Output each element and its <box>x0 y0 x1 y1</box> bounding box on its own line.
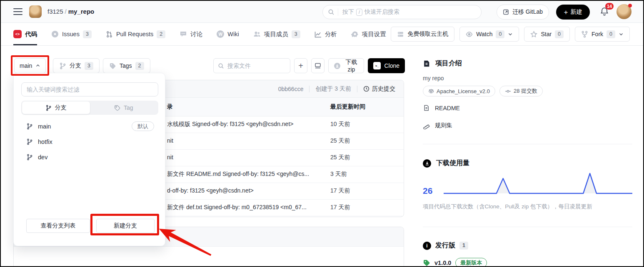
branch-tag-tabs: 分支 Tag <box>21 101 158 115</box>
tab-pull-requests[interactable]: Pull Requests 2 <box>106 23 165 45</box>
tags-count-badge: 2 <box>135 62 144 70</box>
star-label: Star <box>541 31 552 37</box>
server-icon <box>397 31 404 38</box>
branch-icon <box>26 123 33 130</box>
tab-wiki[interactable]: W Wiki <box>217 23 239 45</box>
commit-message: 新文件 def.txt Signed-off-by: m0_67238519 <… <box>167 204 307 211</box>
release-version[interactable]: v1.0.0 <box>434 260 451 266</box>
commit-created: 创建于 3 天前 <box>315 85 351 93</box>
gear-icon <box>351 30 359 38</box>
releases-count-badge: 1 <box>459 242 468 250</box>
free-cloud-host-label: 免费领取云主机 <box>407 30 448 38</box>
branch-filter-input[interactable] <box>21 82 158 96</box>
search-icon <box>218 63 224 69</box>
tab-members[interactable]: 项目成员 3 <box>253 23 300 45</box>
sparkline-fill <box>444 173 632 193</box>
branch-item-dev[interactable]: dev <box>14 149 165 165</box>
view-branch-list-button[interactable]: 查看分支列表 <box>26 219 90 233</box>
add-file-button[interactable]: + <box>294 58 307 73</box>
star-count-badge: 0 <box>555 30 564 38</box>
branch-name: hotfix <box>38 138 52 145</box>
branch-icon <box>59 62 66 69</box>
tags-tab-label: Tag <box>124 104 133 111</box>
branch-selector[interactable]: main <box>14 58 46 73</box>
release-item[interactable]: v1.0.0 最新版本 <box>423 258 487 267</box>
issues-count-badge: 3 <box>83 30 92 38</box>
commit-message: d-off-by: f3125 <geyh@csdn.net> <box>167 187 254 194</box>
breadcrumb[interactable]: f3125/my_repo <box>47 8 94 15</box>
wiki-icon: W <box>217 30 224 38</box>
hamburger-menu-icon[interactable] <box>13 8 22 15</box>
commit-time: 25 天前 <box>330 137 350 145</box>
file-icon <box>423 104 430 111</box>
about-section-header: 项目介绍 <box>423 59 462 68</box>
chevron-down-icon <box>619 32 624 37</box>
commit-time: 25 天前 <box>330 154 350 161</box>
tab-issues-label: Issues <box>62 31 80 37</box>
tab-analytics-label: 分析 <box>325 30 337 38</box>
branches-button[interactable]: 分支 3 <box>53 58 100 73</box>
tab-analytics[interactable]: 分析 <box>315 23 337 45</box>
members-count-badge: 3 <box>292 30 300 38</box>
migrate-gitlab-button[interactable]: 迁移 GitLab <box>497 5 549 20</box>
breadcrumb-repo[interactable]: my_repo <box>68 8 95 15</box>
rules-link[interactable]: 规则集 <box>423 122 452 129</box>
branch-item-main[interactable]: main 默认 <box>14 119 165 134</box>
sparkline-line <box>444 173 632 193</box>
search-placeholder-prefix: 按下 <box>342 8 354 16</box>
web-ide-button[interactable] <box>311 58 324 73</box>
file-search-input[interactable] <box>227 62 286 69</box>
tab-settings[interactable]: 项目设置 <box>351 23 386 45</box>
divider <box>309 86 310 92</box>
tags-button[interactable]: Tags 2 <box>103 58 150 73</box>
tab-issues[interactable]: Issues 3 <box>51 23 92 45</box>
branches-count-badge: 3 <box>85 62 93 70</box>
commit-hash[interactable]: 0bb66cce <box>278 86 304 92</box>
repo-owner-avatar[interactable] <box>29 5 42 18</box>
commit-time: 3 天前 <box>330 171 347 178</box>
branch-item-hotfix[interactable]: hotfix <box>14 134 165 149</box>
watch-button[interactable]: Watch 0 <box>459 27 519 42</box>
download-zip-button[interactable]: 下载zip <box>328 58 364 73</box>
watch-count-badge: 0 <box>496 30 504 38</box>
star-icon <box>530 31 537 38</box>
sidebar-divider <box>423 144 632 144</box>
free-cloud-host-button[interactable]: 免费领取云主机 <box>391 27 454 42</box>
plus-icon: + <box>564 9 568 16</box>
tab-discussions[interactable]: 讨论 <box>180 23 202 45</box>
column-directory: 录 <box>167 103 173 111</box>
commits-badge[interactable]: 28 提交数 <box>499 86 543 96</box>
tab-code[interactable]: <> 代码 <box>13 23 37 45</box>
notifications-bell[interactable]: 14 <box>599 6 610 17</box>
commit-message: nit <box>167 137 173 144</box>
fork-count-badge: 0 <box>607 30 615 38</box>
tab-wiki-label: Wiki <box>227 31 239 37</box>
clone-button[interactable]: >_ Clone <box>368 58 405 73</box>
branch-dropdown: 分支 Tag main 默认 hotfix <box>13 73 165 246</box>
members-icon <box>253 30 261 38</box>
latest-release-badge[interactable]: 最新版本 <box>455 258 487 267</box>
history-label: 历史提交 <box>372 85 395 93</box>
history-link[interactable]: 历史提交 <box>363 85 395 93</box>
file-search[interactable] <box>213 58 290 73</box>
tab-code-label: 代码 <box>25 30 37 38</box>
fork-button[interactable]: Fork 0 <box>575 27 630 42</box>
release-tag-icon <box>423 259 430 267</box>
tab-branches[interactable]: 分支 <box>22 101 90 114</box>
user-avatar[interactable] <box>617 4 632 19</box>
tab-tags[interactable]: Tag <box>90 101 158 114</box>
default-branch-badge: 默认 <box>132 121 154 131</box>
new-button[interactable]: + 新建 <box>556 5 590 20</box>
search-placeholder-suffix: 快速开启搜索 <box>364 8 399 16</box>
nav-actions: 免费领取云主机 Watch 0 Star 0 <box>391 23 630 45</box>
breadcrumb-owner[interactable]: f3125 <box>47 8 63 15</box>
star-button[interactable]: Star 0 <box>524 27 570 42</box>
issues-icon <box>51 30 59 38</box>
ruler-icon <box>423 122 430 129</box>
new-branch-button[interactable]: 新建分支 <box>96 219 155 233</box>
readme-link[interactable]: README <box>423 104 460 111</box>
license-badge[interactable]: Apache_License_v2.0 <box>423 86 495 96</box>
global-search-input[interactable]: 按下 / 快速开启搜索 <box>322 5 482 19</box>
watch-eye-icon <box>466 31 473 38</box>
branches-tab-label: 分支 <box>55 104 67 111</box>
